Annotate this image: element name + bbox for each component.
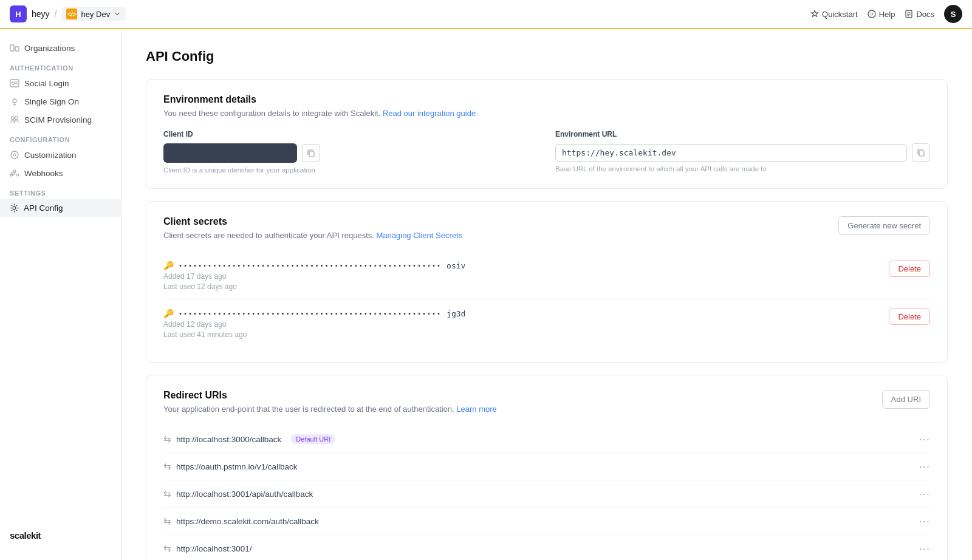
key-icon: 🔑 — [163, 261, 174, 270]
add-uri-button[interactable]: Add URI — [882, 390, 930, 409]
sidebar-item-sso[interactable]: Single Sign On — [0, 92, 121, 111]
svg-rect-23 — [919, 151, 924, 156]
env-card-desc: You need these configuration details to … — [163, 109, 930, 118]
uri-more-button[interactable]: ··· — [919, 461, 930, 472]
uri-text: https://oauth.pstmn.io/v1/callback — [176, 462, 298, 471]
secret-key: 🔑 ••••••••••••••••••••••••••••••••••••••… — [163, 309, 465, 318]
project-selector[interactable]: </> hey Dev — [61, 7, 126, 21]
secret-suffix: osiv — [447, 261, 465, 270]
project-name: hey Dev — [81, 10, 110, 19]
link-icon: ⇆ — [163, 461, 171, 472]
link-icon: ⇆ — [163, 488, 171, 499]
redirect-uris-card: Redirect URIs Your application end-point… — [146, 375, 948, 560]
organizations-icon — [10, 43, 19, 53]
redirect-card-desc: Your application end-point that the user… — [163, 405, 497, 414]
sidebar-item-social-login[interactable]: Social Login — [0, 74, 121, 92]
sidebar-item-webhooks[interactable]: Webhooks — [0, 164, 121, 182]
client-id-field: Client ID Client ID is a unique identifi… — [163, 130, 538, 174]
settings-section-label: SETTINGS — [0, 182, 121, 199]
managing-secrets-link[interactable]: Managing Client Secrets — [377, 231, 463, 240]
env-url-field: Environment URL https://hey.scalekit.dev… — [555, 130, 930, 174]
uri-more-button[interactable]: ··· — [919, 543, 930, 554]
svg-point-18 — [16, 174, 19, 176]
svg-point-16 — [11, 151, 18, 159]
uri-left: ⇆ https://demo.scalekit.com/auth/callbac… — [163, 516, 319, 527]
avatar[interactable]: S — [944, 5, 962, 23]
secret-row-inner: 🔑 ••••••••••••••••••••••••••••••••••••••… — [163, 261, 930, 291]
secret-dots: ••••••••••••••••••••••••••••••••••••••••… — [179, 262, 442, 269]
sso-icon — [10, 97, 19, 106]
delete-secret-button[interactable]: Delete — [889, 261, 930, 277]
env-url-label: Environment URL — [555, 130, 930, 138]
delete-secret-button[interactable]: Delete — [889, 309, 930, 325]
sidebar-item-api-config[interactable]: API Config — [0, 199, 121, 217]
svg-point-14 — [12, 117, 15, 120]
uri-more-button[interactable]: ··· — [919, 434, 930, 445]
default-uri-badge: Default URI — [291, 434, 335, 444]
uri-row: ⇆ https://oauth.pstmn.io/v1/callback ··· — [163, 453, 930, 480]
learn-more-link[interactable]: Learn more — [456, 405, 496, 414]
copy-client-id-button[interactable] — [302, 144, 320, 162]
svg-point-20 — [13, 170, 16, 172]
generate-secret-button[interactable]: Generate new secret — [838, 216, 930, 235]
project-icon: </> — [66, 9, 77, 19]
topnav: H heyy / </> hey Dev Quickstart ? Help — [0, 0, 972, 29]
svg-rect-22 — [309, 151, 314, 157]
secret-last-used: Last used 12 days ago — [163, 282, 465, 291]
uri-text: http://localhost:3000/callback — [176, 435, 281, 444]
env-url-hint: Base URL of the environment to which all… — [555, 165, 930, 172]
topnav-right: Quickstart ? Help Docs S — [810, 5, 962, 23]
sidebar-item-customization[interactable]: Customization — [0, 146, 121, 164]
secrets-card: Client secrets Client secrets are needed… — [146, 201, 948, 363]
secret-key: 🔑 ••••••••••••••••••••••••••••••••••••••… — [163, 261, 465, 270]
secrets-list: 🔑 ••••••••••••••••••••••••••••••••••••••… — [163, 252, 930, 347]
docs-icon — [905, 10, 913, 18]
svg-text:?: ? — [870, 12, 873, 18]
link-icon: ⇆ — [163, 434, 171, 445]
secret-added: Added 12 days ago — [163, 320, 465, 329]
env-grid: Client ID Client ID is a unique identifi… — [163, 130, 930, 174]
copy-icon — [307, 149, 315, 157]
page-title: API Config — [146, 49, 948, 64]
uri-more-button[interactable]: ··· — [919, 516, 930, 527]
integration-guide-link[interactable]: Read our integration guide — [383, 109, 476, 118]
secret-suffix: jg3d — [447, 309, 465, 318]
svg-point-21 — [13, 207, 16, 210]
quickstart-button[interactable]: Quickstart — [810, 10, 858, 19]
secrets-card-header: Client secrets Client secrets are needed… — [163, 216, 930, 252]
copy-env-url-button[interactable] — [912, 143, 930, 162]
sidebar-item-organizations[interactable]: Organizations — [0, 39, 121, 57]
svg-rect-6 — [10, 45, 14, 51]
env-url-value: https://hey.scalekit.dev — [555, 144, 907, 162]
layout: Organizations AUTHENTICATION Social Logi… — [0, 29, 972, 560]
docs-button[interactable]: Docs — [905, 10, 934, 19]
secrets-header-left: Client secrets Client secrets are needed… — [163, 216, 462, 252]
secret-row: 🔑 ••••••••••••••••••••••••••••••••••••••… — [163, 252, 930, 300]
sidebar-item-scim[interactable]: SCIM Provisioning — [0, 111, 121, 129]
uri-more-button[interactable]: ··· — [919, 488, 930, 499]
topnav-separator: / — [55, 9, 57, 19]
uri-left: ⇆ https://oauth.pstmn.io/v1/callback — [163, 461, 298, 472]
secrets-card-desc: Client secrets are needed to authenticat… — [163, 231, 462, 240]
webhooks-icon — [10, 168, 19, 178]
copy-icon — [917, 148, 925, 157]
scim-icon — [10, 115, 19, 125]
topnav-left: H heyy / </> hey Dev — [10, 5, 126, 22]
chevron-down-icon — [114, 10, 121, 18]
help-icon: ? — [868, 10, 876, 18]
social-login-icon — [10, 78, 19, 88]
uri-text: http://localhost:3001/ — [176, 544, 252, 553]
api-config-icon — [10, 203, 19, 213]
uri-left: ⇆ http://localhost:3001/api/auth/callbac… — [163, 488, 313, 499]
svg-point-17 — [13, 154, 16, 156]
uri-left: ⇆ http://localhost:3000/callback Default… — [163, 434, 335, 445]
redirect-card-header: Redirect URIs Your application end-point… — [163, 390, 930, 426]
client-id-hint: Client ID is a unique identifier for you… — [163, 166, 538, 174]
help-button[interactable]: ? Help — [868, 10, 895, 19]
secrets-card-title: Client secrets — [163, 216, 462, 227]
secret-dots: ••••••••••••••••••••••••••••••••••••••••… — [179, 310, 442, 317]
org-name: heyy — [32, 9, 50, 19]
secret-row-inner: 🔑 ••••••••••••••••••••••••••••••••••••••… — [163, 309, 930, 339]
secret-left: 🔑 ••••••••••••••••••••••••••••••••••••••… — [163, 309, 465, 339]
client-id-row — [163, 143, 538, 163]
